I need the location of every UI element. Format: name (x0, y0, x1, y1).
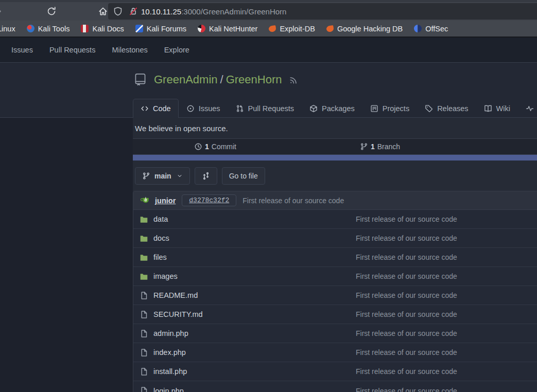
offsec-favicon-icon (414, 25, 422, 32)
repo-owner-link[interactable]: GreenAdmin (154, 73, 218, 86)
reload-button[interactable] (43, 4, 60, 19)
clock-icon (194, 142, 202, 151)
forward-button[interactable] (0, 4, 5, 19)
table-row-docs[interactable]: docs First release of our source code (133, 229, 537, 248)
wiki-icon (484, 104, 492, 113)
chevron-down-icon (177, 173, 183, 179)
table-row-install-php[interactable]: install.php First release of our source … (133, 362, 537, 381)
commit-author-link[interactable]: junior (155, 197, 176, 205)
table-row-files[interactable]: files First release of our source code (133, 248, 537, 267)
tab-activity[interactable]: Activity (518, 99, 537, 118)
url-host: 10.10.11.25 (141, 7, 181, 16)
file-name-link[interactable]: index.php (153, 348, 186, 357)
file-commit-message-link[interactable]: First release of our source code (356, 367, 457, 376)
file-commit-message-link[interactable]: First release of our source code (356, 329, 457, 337)
rss-icon[interactable] (289, 76, 298, 85)
repo-icon (133, 72, 148, 87)
commit-hash-link[interactable]: d3278c32f2 (182, 194, 236, 206)
file-commit-message-link[interactable]: First release of our source code (356, 253, 457, 261)
tab-pull-requests[interactable]: Pull Requests (228, 99, 302, 118)
kali-nethunter-favicon-icon (198, 25, 205, 32)
browser-toolbar: 10.10.11.25:3000/GreenAdmin/GreenHorn (0, 2, 537, 21)
code-icon (141, 104, 149, 113)
table-row-admin-php[interactable]: admin.php First release of our source co… (133, 324, 537, 343)
table-row-readme[interactable]: README.md First release of our source co… (133, 286, 537, 305)
folder-icon (140, 272, 148, 281)
file-name-link[interactable]: SECURITY.md (153, 310, 203, 318)
file-name-link[interactable]: images (153, 272, 178, 280)
bookmark-google-hacking-db[interactable]: Google Hacking DB (321, 22, 408, 35)
browser-chrome: 10.10.11.25:3000/GreenAdmin/GreenHorn Li… (0, 0, 537, 38)
file-name-link[interactable]: login.php (153, 387, 184, 392)
table-row-data[interactable]: data First release of our source code (133, 210, 537, 229)
repo-header: GreenAdmin/GreenHorn Code Issues Pull Re… (0, 63, 537, 118)
language-stats-bar[interactable] (133, 155, 537, 161)
commit-message-link[interactable]: First release of our source code (242, 197, 344, 205)
file-icon (140, 310, 148, 319)
tab-wiki[interactable]: Wiki (476, 99, 518, 118)
bookmark-kali-forums[interactable]: Kali Forums (130, 22, 192, 35)
branch-icon (360, 142, 368, 151)
bookmark-kali-linux[interactable]: Linux (0, 22, 21, 35)
compare-icon (202, 172, 210, 180)
folder-icon (140, 215, 148, 224)
table-row-login-php[interactable]: login.php First release of our source co… (133, 381, 537, 392)
bookmark-kali-nethunter[interactable]: Kali NetHunter (192, 22, 263, 35)
avatar[interactable] (140, 195, 150, 206)
branches-stat[interactable]: 1 Branch (298, 139, 462, 154)
file-name-link[interactable]: admin.php (153, 329, 188, 337)
file-icon (140, 291, 148, 300)
url-bar[interactable]: 10.10.11.25:3000/GreenAdmin/GreenHorn (108, 3, 537, 20)
gitea-page: Issues Pull Requests Milestones Explore … (0, 38, 537, 391)
bookmark-exploit-db[interactable]: Exploit-DB (263, 22, 321, 35)
repo-tabs: Code Issues Pull Requests Packages Proje… (0, 96, 537, 118)
kali-tools-favicon-icon (27, 25, 34, 32)
nav-explore[interactable]: Explore (156, 46, 198, 54)
file-commit-message-link[interactable]: First release of our source code (356, 387, 457, 392)
file-name-link[interactable]: README.md (153, 291, 198, 299)
bookmark-kali-tools[interactable]: Kali Tools (21, 22, 76, 35)
nav-milestones[interactable]: Milestones (103, 46, 155, 54)
file-commit-message-link[interactable]: First release of our source code (356, 215, 457, 223)
activity-icon (526, 104, 534, 113)
nav-issues[interactable]: Issues (11, 46, 41, 54)
file-commit-message-link[interactable]: First release of our source code (356, 291, 457, 299)
nav-pull-requests[interactable]: Pull Requests (41, 46, 103, 54)
tags-stat[interactable] (462, 139, 537, 154)
go-to-file-button[interactable]: Go to file (222, 167, 265, 185)
bookmarks-bar: Linux Kali Tools Kali Docs Kali Forums K… (0, 21, 537, 38)
file-commit-message-link[interactable]: First release of our source code (356, 348, 457, 357)
file-commit-message-link[interactable]: First release of our source code (356, 234, 457, 242)
file-icon (140, 329, 148, 338)
file-icon (140, 367, 148, 376)
branch-selector-button[interactable]: main (135, 167, 190, 185)
file-icon (140, 348, 148, 357)
gitea-navbar: Issues Pull Requests Milestones Explore (0, 38, 537, 63)
pull-request-icon (236, 104, 244, 113)
file-name-link[interactable]: docs (153, 234, 169, 242)
project-icon (370, 104, 378, 113)
table-row-security[interactable]: SECURITY.md First release of our source … (133, 305, 537, 324)
table-row-index-php[interactable]: index.php First release of our source co… (133, 343, 537, 362)
tab-projects[interactable]: Projects (362, 99, 417, 118)
repo-name-link[interactable]: GreenHorn (226, 73, 282, 86)
shield-icon[interactable] (113, 7, 123, 16)
folder-icon (140, 253, 148, 262)
compare-branches-button[interactable] (195, 167, 217, 185)
folder-icon (140, 234, 148, 243)
bookmark-offsec[interactable]: OffSec (408, 22, 454, 35)
insecure-lock-icon[interactable] (129, 7, 138, 16)
file-name-link[interactable]: data (153, 215, 168, 223)
file-name-link[interactable]: files (153, 253, 167, 261)
file-commit-message-link[interactable]: First release of our source code (356, 272, 457, 280)
tab-code[interactable]: Code (133, 99, 179, 118)
file-name-link[interactable]: install.php (153, 367, 187, 376)
bookmark-kali-docs[interactable]: Kali Docs (75, 22, 129, 35)
commits-stat[interactable]: 1 Commit (133, 139, 298, 154)
file-commit-message-link[interactable]: First release of our source code (356, 310, 457, 318)
tab-issues[interactable]: Issues (179, 99, 228, 118)
tab-packages[interactable]: Packages (302, 99, 362, 118)
issue-icon (186, 104, 195, 113)
table-row-images[interactable]: images First release of our source code (133, 267, 537, 286)
tab-releases[interactable]: Releases (417, 99, 476, 118)
